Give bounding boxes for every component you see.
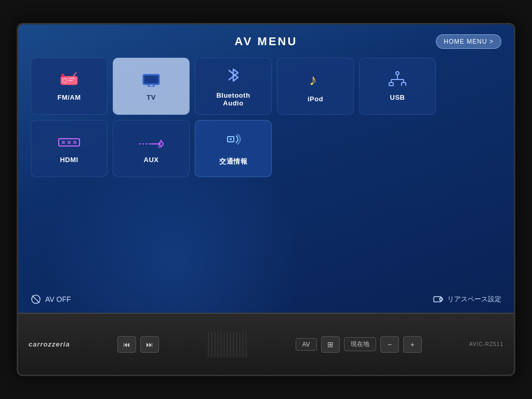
control-buttons: ⏮ ⏭ — [117, 336, 159, 353]
tile-aux[interactable]: AUX — [113, 120, 190, 177]
rear-space-icon — [433, 294, 443, 304]
home-button[interactable]: 現在地 — [344, 337, 376, 351]
rear-space-label: リアスペース設定 — [447, 295, 501, 304]
usb-label: USB — [390, 94, 405, 101]
usb-icon — [386, 71, 409, 89]
hdmi-label: HDMI — [60, 156, 78, 164]
menu-grid: FM/AM TV — [31, 58, 501, 177]
tile-ipod[interactable]: ♪ iPod — [277, 58, 354, 115]
av-off-section[interactable]: AV OFF — [31, 294, 71, 304]
apps-button[interactable]: ⊞ — [321, 336, 340, 353]
device-unit: AV MENU HOME MENU > — [17, 23, 515, 376]
svg-text:♪: ♪ — [309, 71, 317, 88]
av-off-label: AV OFF — [45, 295, 71, 303]
fmam-icon — [59, 71, 79, 89]
tile-fm-am[interactable]: FM/AM — [31, 58, 108, 115]
tile-usb[interactable]: USB — [359, 58, 436, 115]
svg-rect-23 — [68, 141, 71, 144]
svg-line-34 — [32, 296, 39, 303]
control-bar: carrozzeria ⏮ ⏭ AV ⊞ 現在地 − + AVIC-RZ511 — [18, 313, 514, 375]
svg-rect-24 — [73, 141, 76, 144]
tile-bluetooth[interactable]: Bluetooth Audio — [195, 58, 272, 115]
av-button[interactable]: AV — [296, 338, 317, 351]
bluetooth-icon — [225, 66, 241, 87]
minus-button[interactable]: − — [380, 336, 399, 353]
av-menu-title: AV MENU — [235, 35, 298, 48]
traffic-label: 交通情報 — [219, 157, 247, 166]
hdmi-icon — [58, 134, 81, 152]
screen: AV MENU HOME MENU > — [18, 24, 514, 313]
svg-rect-35 — [434, 297, 441, 302]
aux-icon — [138, 134, 164, 152]
fmam-label: FM/AM — [57, 94, 81, 101]
svg-line-1 — [73, 72, 76, 76]
svg-rect-4 — [69, 80, 73, 81]
plus-button[interactable]: + — [403, 336, 422, 353]
screen-header: AV MENU HOME MENU > — [31, 35, 501, 48]
brand-label: carrozzeria — [29, 340, 70, 348]
model-label: AVIC-RZ511 — [469, 341, 503, 347]
ipod-icon: ♪ — [307, 70, 324, 91]
svg-point-5 — [61, 74, 64, 77]
screen-footer: AV OFF リアスペース設定 — [31, 294, 501, 304]
home-menu-button[interactable]: HOME MENU > — [436, 34, 501, 49]
main-controls: AV ⊞ 現在地 − + — [296, 336, 422, 353]
svg-point-12 — [396, 72, 399, 75]
tile-tv[interactable]: TV — [113, 58, 190, 115]
svg-rect-17 — [389, 83, 393, 86]
prev-button[interactable]: ⏮ — [117, 336, 136, 353]
tv-label: TV — [147, 94, 156, 101]
av-off-icon — [31, 294, 41, 304]
tile-traffic[interactable]: 交通情報 — [195, 120, 272, 177]
bluetooth-label-line2: Audio — [223, 99, 243, 107]
svg-rect-22 — [62, 141, 65, 144]
svg-rect-3 — [69, 78, 75, 79]
bluetooth-label-line1: Bluetooth — [216, 91, 250, 99]
traffic-icon — [220, 131, 246, 153]
aux-label: AUX — [144, 156, 159, 164]
menu-row-2: HDMI — [31, 120, 501, 177]
tv-icon — [141, 71, 162, 89]
menu-row-1: FM/AM TV — [31, 58, 501, 115]
svg-point-32 — [230, 138, 232, 140]
svg-rect-7 — [144, 76, 158, 83]
tile-hdmi[interactable]: HDMI — [31, 120, 108, 177]
ipod-label: iPod — [308, 95, 323, 103]
rear-space-section[interactable]: リアスペース設定 — [433, 294, 501, 304]
next-button[interactable]: ⏭ — [140, 336, 159, 353]
speaker-grill — [206, 331, 248, 357]
